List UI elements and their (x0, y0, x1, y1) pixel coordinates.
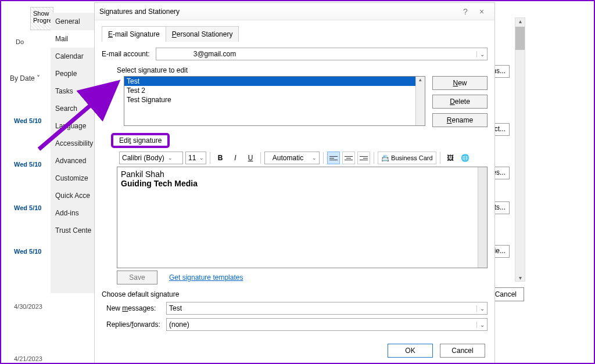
font-color-dropdown[interactable]: Automatic⌄ (264, 152, 320, 164)
chevron-down-icon: ⌄ (476, 51, 485, 57)
signature-list[interactable]: Test Test 2 Test Signature (124, 76, 425, 126)
delete-button[interactable]: Delete (432, 95, 488, 109)
tab-personal-stationery[interactable]: Personal Stationery (166, 26, 239, 42)
outer-scrollbar[interactable] (515, 17, 525, 282)
align-right-button[interactable] (357, 152, 370, 164)
editor-line-1: Pankil Shah (121, 170, 483, 179)
list-scrollbar[interactable] (415, 77, 425, 125)
category-advanced[interactable]: Advanced (51, 152, 94, 170)
font-size-dropdown[interactable]: 11⌄ (185, 152, 206, 164)
mail-date-item[interactable]: Wed 5/10 (14, 161, 42, 168)
cancel-button[interactable]: Cancel (440, 344, 485, 358)
underline-button[interactable]: U (244, 152, 257, 164)
edit-signature-label: Edit signature (111, 133, 170, 148)
mail-date-item[interactable]: Wed 5/10 (14, 248, 42, 255)
font-dropdown[interactable]: Calibri (Body)⌄ (119, 152, 183, 164)
select-signature-label: Select signature to edit (117, 66, 494, 74)
category-accessibility[interactable]: Accessibility (51, 135, 94, 152)
help-icon[interactable]: ? (457, 7, 474, 16)
rename-button[interactable]: Rename (432, 113, 488, 127)
category-add-ins[interactable]: Add-ins (51, 204, 94, 222)
signature-editor[interactable]: Pankil Shah Guiding Tech Media (117, 167, 488, 268)
category-general[interactable]: General (51, 13, 94, 30)
ribbon-show-progress: Show Progre (33, 10, 52, 24)
category-tasks[interactable]: Tasks (51, 82, 94, 100)
ok-button[interactable]: OK (388, 344, 433, 358)
signatures-dialog: Signatures and Stationery ? × E-mail Sig… (94, 2, 495, 364)
email-account-label: E-mail account: (102, 50, 150, 58)
category-quick-access[interactable]: Quick Acce (51, 187, 94, 204)
new-messages-dropdown[interactable]: Test⌄ (166, 302, 488, 315)
mail-date-item[interactable]: Wed 5/10 (14, 117, 42, 124)
category-customize[interactable]: Customize (51, 170, 94, 187)
email-account-dropdown[interactable]: xxxxxxxxxx3@gmail.com ⌄ (156, 48, 488, 60)
editor-scrollbar[interactable] (478, 167, 487, 268)
close-icon[interactable]: × (474, 7, 490, 16)
email-account-value: 3@gmail.com (193, 50, 236, 58)
insert-link-button[interactable]: 🌐 (459, 152, 472, 164)
category-mail[interactable]: Mail (51, 30, 94, 48)
new-button[interactable]: New (432, 76, 488, 90)
align-center-button[interactable] (342, 152, 355, 164)
sort-by-date[interactable]: By Date (7, 73, 43, 84)
mail-date-item[interactable]: 4/30/2023 (14, 303, 42, 310)
mail-date-item[interactable]: Wed 5/10 (14, 204, 42, 211)
get-templates-link[interactable]: Get signature templates (169, 273, 243, 282)
business-card-button[interactable]: 📇 Business Card (378, 152, 436, 164)
bold-button[interactable]: B (214, 152, 227, 164)
signature-item-3[interactable]: Test Signature (124, 95, 425, 104)
align-left-button[interactable] (327, 152, 340, 164)
editor-line-2: Guiding Tech Media (121, 179, 483, 188)
tab-email-signature[interactable]: E-mail Signature (102, 26, 166, 42)
replies-forwards-dropdown[interactable]: (none)⌄ (166, 318, 488, 331)
insert-picture-button[interactable]: 🖼 (444, 152, 457, 164)
save-button[interactable]: Save (117, 271, 157, 284)
choose-default-label: Choose default signature (102, 290, 488, 298)
dialog-title: Signatures and Stationery (99, 8, 457, 16)
italic-button[interactable]: I (229, 152, 242, 164)
mail-date-item[interactable]: 4/21/2023 (14, 355, 42, 362)
category-people[interactable]: People (51, 65, 94, 82)
category-search[interactable]: Search (51, 100, 94, 117)
category-trust-center[interactable]: Trust Cente (51, 222, 94, 239)
dialog-titlebar[interactable]: Signatures and Stationery ? × (95, 3, 494, 20)
ribbon-do-label: Do (16, 38, 24, 45)
new-messages-label: New messages: (106, 304, 163, 312)
options-category-list: General Mail Calendar People Tasks Searc… (51, 13, 95, 293)
category-calendar[interactable]: Calendar (51, 48, 94, 65)
signature-item-1[interactable]: Test (124, 77, 425, 86)
replies-forwards-label: Replies/forwards: (106, 320, 163, 329)
signature-item-2[interactable]: Test 2 (124, 86, 425, 95)
category-language[interactable]: Language (51, 117, 94, 135)
